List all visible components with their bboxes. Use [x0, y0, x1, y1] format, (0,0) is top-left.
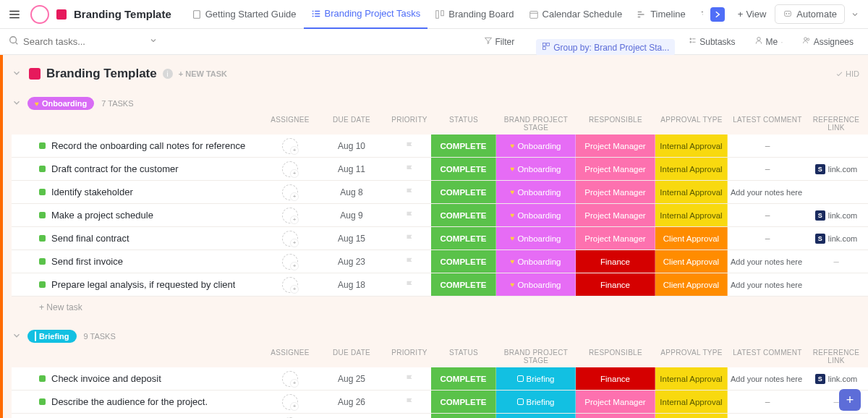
- status-badge[interactable]: COMPLETE: [431, 135, 496, 157]
- status-badge[interactable]: COMPLETE: [431, 414, 496, 418]
- responsible-badge[interactable]: Project Manager: [576, 391, 655, 413]
- hamburger-icon[interactable]: [6, 6, 23, 23]
- stage-badge[interactable]: ♥Onboarding: [496, 181, 576, 203]
- stage-badge[interactable]: ♥Onboarding: [496, 250, 576, 273]
- tab-branding-board[interactable]: Branding Board: [427, 0, 521, 29]
- col-comment[interactable]: LATEST COMMENT: [728, 346, 807, 367]
- due-date-cell[interactable]: Aug 25: [315, 374, 388, 384]
- latest-comment-cell[interactable]: Add your notes here: [728, 257, 807, 266]
- tab-calendar-schedule[interactable]: Calendar Schedule: [522, 0, 630, 29]
- col-priority[interactable]: PRIORITY: [388, 346, 431, 367]
- priority-cell[interactable]: [388, 187, 431, 197]
- latest-comment-cell[interactable]: Add your notes here: [728, 281, 807, 289]
- status-badge[interactable]: COMPLETE: [431, 391, 496, 413]
- col-assignee[interactable]: ASSIGNEE: [265, 346, 315, 367]
- group-pill[interactable]: Briefing: [27, 330, 77, 343]
- latest-comment-cell[interactable]: –: [728, 210, 807, 221]
- col-responsible[interactable]: RESPONSIBLE: [576, 113, 655, 135]
- assignee-cell[interactable]: [265, 161, 315, 177]
- collapse-icon[interactable]: [12, 98, 23, 110]
- reference-link[interactable]: Slink.com: [807, 164, 865, 174]
- task-name-cell[interactable]: Send final contract: [12, 233, 265, 244]
- assignee-cell[interactable]: [265, 231, 315, 247]
- col-stage[interactable]: BRAND PROJECT STAGE: [496, 113, 576, 135]
- scroll-tabs-right-icon[interactable]: [710, 7, 725, 22]
- col-due[interactable]: DUE DATE: [315, 346, 388, 367]
- group-pill[interactable]: ♥Onboarding: [27, 97, 94, 110]
- task-row[interactable]: Identify stakeholder Aug 8 COMPLETE ♥Onb…: [12, 181, 868, 204]
- stage-badge[interactable]: ♥Onboarding: [496, 158, 576, 180]
- assignee-cell[interactable]: [265, 394, 315, 410]
- assignee-cell[interactable]: [265, 254, 315, 270]
- responsible-badge[interactable]: Finance: [576, 367, 655, 390]
- priority-cell[interactable]: [388, 164, 431, 174]
- assignee-cell[interactable]: [265, 277, 315, 293]
- workspace-logo-icon[interactable]: [30, 5, 49, 24]
- status-badge[interactable]: COMPLETE: [431, 367, 496, 390]
- latest-comment-cell[interactable]: Add your notes here: [728, 188, 807, 197]
- col-status[interactable]: STATUS: [431, 346, 496, 367]
- col-due[interactable]: DUE DATE: [315, 113, 388, 135]
- due-date-cell[interactable]: Aug 8: [315, 187, 388, 197]
- approval-badge[interactable]: Internal Approval: [655, 204, 728, 226]
- stage-badge[interactable]: Briefing: [496, 414, 576, 418]
- assignee-cell[interactable]: [265, 138, 315, 154]
- col-approval[interactable]: APPROVAL TYPE: [655, 346, 728, 367]
- due-date-cell[interactable]: Aug 11: [315, 164, 388, 174]
- new-task-button[interactable]: + New task: [12, 297, 868, 318]
- stage-badge[interactable]: ♥Onboarding: [496, 273, 576, 296]
- tab-timeline[interactable]: Timeline: [629, 0, 693, 29]
- status-badge[interactable]: COMPLETE: [431, 158, 496, 180]
- task-name-cell[interactable]: Make a project schedule: [12, 210, 265, 221]
- stage-badge[interactable]: ♥Onboarding: [496, 204, 576, 226]
- task-row[interactable]: Make a project schedule Aug 9 COMPLETE ♥…: [12, 204, 868, 227]
- task-name-cell[interactable]: Describe the audience for the project.: [12, 396, 265, 407]
- automate-button[interactable]: Automate: [775, 4, 845, 24]
- task-name-cell[interactable]: Identify stakeholder: [12, 187, 265, 197]
- approval-badge[interactable]: Internal Approval: [655, 367, 728, 390]
- approval-badge[interactable]: Internal Approval: [655, 414, 728, 418]
- col-status[interactable]: STATUS: [431, 113, 496, 135]
- priority-cell[interactable]: [388, 374, 431, 384]
- info-icon[interactable]: i: [163, 69, 173, 79]
- status-badge[interactable]: COMPLETE: [431, 273, 496, 296]
- new-fab-button[interactable]: +: [839, 389, 861, 411]
- search-box[interactable]: [9, 35, 158, 48]
- responsible-badge[interactable]: Finance: [576, 273, 655, 296]
- latest-comment-cell[interactable]: –: [728, 397, 807, 407]
- task-row[interactable]: Send final contract Aug 15 COMPLETE ♥Onb…: [12, 227, 868, 250]
- due-date-cell[interactable]: Aug 23: [315, 257, 388, 267]
- approval-badge[interactable]: Internal Approval: [655, 158, 728, 180]
- search-input[interactable]: [23, 36, 145, 47]
- col-comment[interactable]: LATEST COMMENT: [728, 113, 807, 135]
- groupby-button[interactable]: Group by: Brand Project Sta...: [536, 39, 675, 56]
- task-row[interactable]: Prepare legal analysis, if requested by …: [12, 273, 868, 297]
- tab-getting-started[interactable]: Getting Started Guide: [184, 0, 304, 29]
- stage-badge[interactable]: ♥Onboarding: [496, 135, 576, 157]
- priority-cell[interactable]: [388, 141, 431, 151]
- tab-project-gantt[interactable]: Project Gantt: [693, 0, 703, 29]
- tab-branding-project-tasks[interactable]: Branding Project Tasks: [304, 0, 428, 29]
- task-row[interactable]: Define what is failure look like for thi…: [12, 414, 868, 418]
- col-reflink[interactable]: REFERENCE LINK: [807, 113, 865, 135]
- status-badge[interactable]: COMPLETE: [431, 250, 496, 273]
- responsible-badge[interactable]: Project Manager: [576, 204, 655, 226]
- col-assignee[interactable]: ASSIGNEE: [265, 113, 315, 135]
- assignees-button[interactable]: Assignees: [796, 33, 859, 50]
- approval-badge[interactable]: Internal Approval: [655, 391, 728, 413]
- col-stage[interactable]: BRAND PROJECT STAGE: [496, 346, 576, 367]
- reference-link[interactable]: Slink.com: [807, 374, 865, 384]
- task-name-cell[interactable]: Record the onboarding call notes for ref…: [12, 140, 265, 151]
- subtasks-button[interactable]: Subtasks: [682, 33, 741, 50]
- approval-badge[interactable]: Client Approval: [655, 227, 728, 249]
- due-date-cell[interactable]: Aug 9: [315, 210, 388, 221]
- responsible-badge[interactable]: Project Manager: [576, 227, 655, 249]
- col-priority[interactable]: PRIORITY: [388, 113, 431, 135]
- status-badge[interactable]: COMPLETE: [431, 204, 496, 226]
- approval-badge[interactable]: Client Approval: [655, 273, 728, 296]
- approval-badge[interactable]: Internal Approval: [655, 135, 728, 157]
- task-row[interactable]: Record the onboarding call notes for ref…: [12, 135, 868, 158]
- priority-cell[interactable]: [388, 257, 431, 267]
- latest-comment-cell[interactable]: –: [728, 164, 807, 174]
- latest-comment-cell[interactable]: –: [728, 141, 807, 151]
